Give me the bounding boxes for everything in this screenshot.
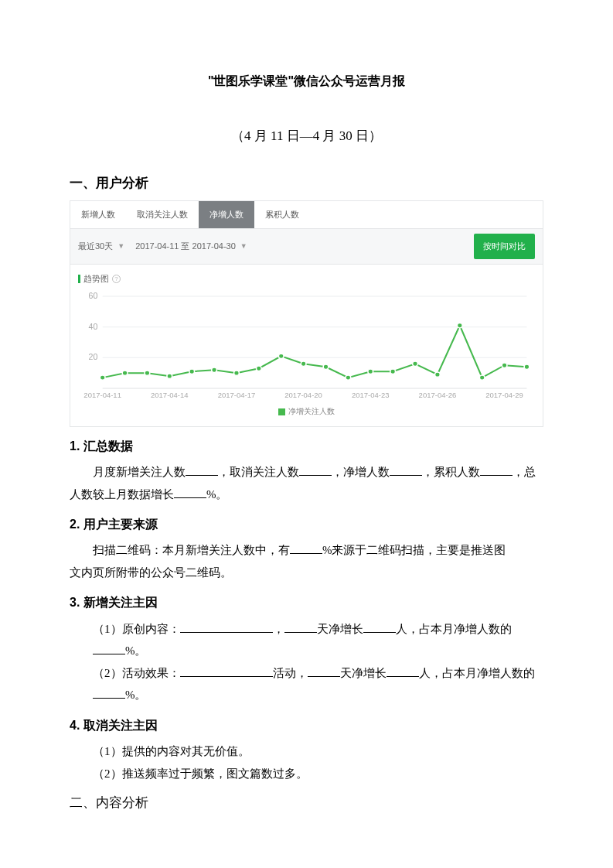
svg-text:60: 60 <box>89 292 98 300</box>
subhead-source: 2. 用户主要来源 <box>70 513 543 536</box>
info-icon: ? <box>112 275 121 283</box>
svg-text:20: 20 <box>89 353 98 361</box>
svg-point-15 <box>122 371 128 375</box>
svg-point-28 <box>413 361 418 366</box>
svg-text:2017-04-14: 2017-04-14 <box>151 391 189 399</box>
doc-date-range: （4 月 11 日—4 月 30 日） <box>70 124 543 149</box>
subhead-summary: 1. 汇总数据 <box>70 435 543 458</box>
metric-tabs: 新增人数 取消关注人数 净增人数 累积人数 <box>70 201 543 229</box>
svg-point-19 <box>212 367 217 372</box>
blank-field <box>290 542 322 554</box>
legend-color-icon <box>278 408 285 415</box>
summary-line-1: 月度新增关注人数，取消关注人数，净增人数，累积人数，总 <box>70 461 543 484</box>
tab-unfollowers[interactable]: 取消关注人数 <box>126 201 199 228</box>
blank-field <box>174 487 206 498</box>
svg-text:2017-04-20: 2017-04-20 <box>284 391 322 399</box>
blank-field <box>180 665 273 677</box>
svg-text:40: 40 <box>89 323 98 331</box>
legend-label: 净增关注人数 <box>288 407 335 415</box>
trend-title: 趋势图 ? <box>78 271 535 287</box>
svg-point-20 <box>234 371 240 375</box>
doc-title: "世图乐学课堂"微信公众号运营月报 <box>70 70 543 93</box>
svg-point-21 <box>256 366 261 371</box>
svg-point-33 <box>524 364 530 369</box>
svg-text:2017-04-17: 2017-04-17 <box>218 391 256 399</box>
blank-field <box>387 665 419 677</box>
date-range-dropdown[interactable]: 2017-04-11 至 2017-04-30 ▼ <box>135 238 247 255</box>
line-chart: 2040602017-04-112017-04-142017-04-172017… <box>78 290 535 402</box>
svg-point-16 <box>145 371 150 375</box>
blank-field <box>93 687 125 699</box>
summary-line-2: 人数较上月数据增长%。 <box>70 484 543 506</box>
source-line-2: 文内页所附带的公众号二维码。 <box>70 562 543 584</box>
section-2-heading: 二、内容分析 <box>70 791 543 815</box>
svg-point-27 <box>390 369 396 374</box>
svg-point-23 <box>301 361 306 366</box>
filter-row: 最近30天 ▼ 2017-04-11 至 2017-04-30 ▼ 按时间对比 <box>70 229 543 265</box>
source-line-1: 扫描二维码：本月新增关注人数中，有%来源于二维码扫描，主要是推送图 <box>70 539 543 562</box>
svg-point-17 <box>167 374 172 378</box>
svg-point-14 <box>100 375 105 380</box>
svg-text:2017-04-11: 2017-04-11 <box>83 391 121 399</box>
subhead-new-reason: 3. 新增关注主因 <box>70 591 543 614</box>
cancel-reason-2: （2）推送频率过于频繁，图文篇数过多。 <box>70 763 543 785</box>
blank-field <box>480 464 513 476</box>
svg-point-18 <box>189 369 195 374</box>
range-dropdown[interactable]: 最近30天 ▼ <box>78 238 124 255</box>
analytics-panel: 新增人数 取消关注人数 净增人数 累积人数 最近30天 ▼ 2017-04-11… <box>70 200 543 427</box>
svg-point-30 <box>457 323 462 327</box>
trend-bar-icon <box>78 275 80 283</box>
compare-button[interactable]: 按时间对比 <box>474 234 535 259</box>
subhead-cancel-reason: 4. 取消关注主因 <box>70 714 543 737</box>
svg-point-26 <box>368 369 373 374</box>
caret-down-icon: ▼ <box>117 240 124 253</box>
chart-body: 趋势图 ? 2040602017-04-112017-04-142017-04-… <box>70 265 543 426</box>
blank-field <box>308 665 340 677</box>
svg-point-29 <box>435 372 441 377</box>
range-dropdown-label: 最近30天 <box>78 238 113 255</box>
cancel-reason-1: （1）提供的内容对其无价值。 <box>70 740 543 763</box>
date-range-label: 2017-04-11 至 2017-04-30 <box>135 238 236 255</box>
svg-text:2017-04-26: 2017-04-26 <box>419 391 457 399</box>
svg-point-24 <box>323 364 329 369</box>
caret-down-icon: ▼ <box>240 240 247 253</box>
blank-field <box>93 643 125 654</box>
svg-point-22 <box>278 354 284 358</box>
svg-point-31 <box>479 375 485 380</box>
blank-field <box>390 464 422 476</box>
trend-title-text: 趋势图 <box>83 271 109 287</box>
new-reason-2: （2）活动效果：活动，天净增长人，占本月净增人数的%。 <box>70 662 543 706</box>
svg-point-32 <box>502 363 507 367</box>
section-1-heading: 一、用户分析 <box>70 171 543 196</box>
blank-field <box>363 621 396 633</box>
new-reason-1: （1）原创内容：，天净增长人，占本月净增人数的%。 <box>70 618 543 662</box>
blank-field <box>299 464 332 476</box>
chart-legend: 净增关注人数 <box>78 402 535 423</box>
blank-field <box>186 464 218 476</box>
blank-field <box>180 621 273 633</box>
svg-text:2017-04-23: 2017-04-23 <box>352 391 390 399</box>
svg-point-25 <box>346 375 351 380</box>
blank-field <box>284 621 317 633</box>
tab-net-increase[interactable]: 净增人数 <box>199 201 254 228</box>
svg-text:2017-04-29: 2017-04-29 <box>485 391 523 399</box>
tab-cumulative[interactable]: 累积人数 <box>254 201 310 228</box>
tab-new-followers[interactable]: 新增人数 <box>70 201 126 228</box>
